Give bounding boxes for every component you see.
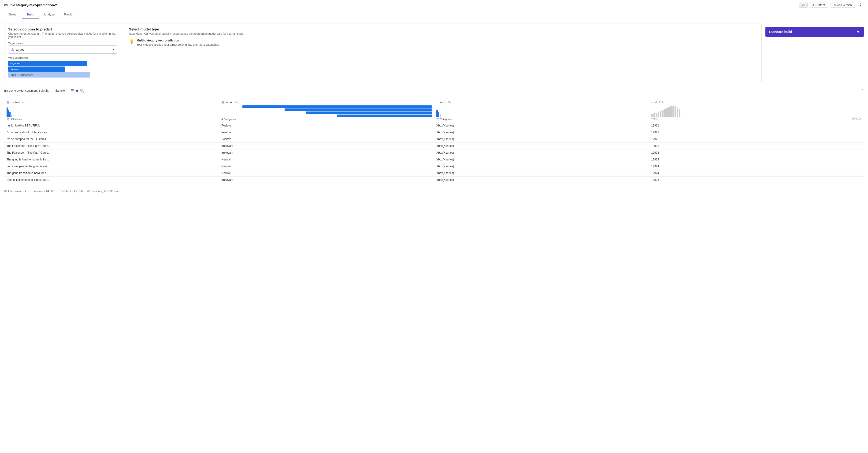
id-range-min: 401.00 xyxy=(651,117,659,120)
add-version-button[interactable]: ⊕ Add version xyxy=(831,3,855,8)
total-columns-label: Total columns: 4 xyxy=(8,190,26,192)
preview-info-icon: ⓘ xyxy=(87,189,90,193)
content-col-type: A↑ xyxy=(21,101,26,104)
cell-target: Positive xyxy=(219,122,434,129)
id-col-icon: ○ xyxy=(651,100,653,104)
tab-predict[interactable]: Predict xyxy=(59,10,78,19)
table-row: <unk> looking BEAUTIFUL Positive Xbox(Xs… xyxy=(4,122,864,129)
dataset-toolbar: nlp-demo-twitter-sentiment_train(2)... S… xyxy=(4,86,864,95)
cell-target: Neutral xyxy=(219,163,434,170)
draft-status-dot xyxy=(812,4,814,6)
tab-select[interactable]: Select xyxy=(4,10,22,19)
model-bulb-icon: 💡 xyxy=(129,39,134,44)
list-view-icon[interactable]: ☰ xyxy=(70,89,74,93)
build-action-panel: Standard build ▼ xyxy=(766,23,864,82)
cell-topic: Xbox(Xseries) xyxy=(434,170,649,177)
cell-target: Irrelevant xyxy=(219,149,434,156)
search-icon[interactable]: 🔍 xyxy=(80,89,85,93)
table-footer: ◫ Total columns: 4 ─ Total rows: 64,683 … xyxy=(4,187,864,194)
cell-topic: Xbox(Xseries) xyxy=(434,143,649,149)
panels-row: Select a column to predict Choose the ta… xyxy=(4,23,864,82)
cell-target: Irrelevant xyxy=(219,177,434,183)
total-cells-label: Total cells: 258,732 xyxy=(61,190,83,192)
collapse-icon[interactable]: ⌃ xyxy=(861,89,864,93)
id-col-label: id xyxy=(654,101,656,104)
select-chevron-icon: ▼ xyxy=(112,48,115,51)
topic-col-type: Abc xyxy=(447,101,453,104)
model-type-panel: Select model type SageMaker Canvas autom… xyxy=(125,23,762,82)
select-column-subtitle: Choose the target column. The model that… xyxy=(8,32,117,39)
cell-content: The Falconeer - 'The Path' Game... xyxy=(4,143,219,149)
table-row: The grind transition is hard for s... Ne… xyxy=(4,170,864,177)
id-chart-range: 401.00 12560.05 xyxy=(651,117,862,120)
col-header-id: ○ id 123 xyxy=(649,99,864,122)
total-rows-info: ─ Total rows: 64,683 xyxy=(30,190,54,192)
cell-content: For some people the grind is eve... xyxy=(4,163,219,170)
cell-content: The Falconeer - 'The Path' Game... xyxy=(4,149,219,156)
cell-id: 12921 xyxy=(649,122,864,129)
cell-target: Positive xyxy=(219,136,434,143)
target-column-label: Target column xyxy=(8,42,117,45)
table-row: The Falconeer - 'The Path' Game... Irrel… xyxy=(4,143,864,149)
target-col-type: Abc xyxy=(234,101,240,104)
model-name: Multi-category text prediction xyxy=(136,39,219,42)
grid-view-icon[interactable]: ■ xyxy=(76,89,78,93)
content-values-count: 19123 Values xyxy=(6,118,217,121)
cell-content: I'm so sorry about... Literally can... xyxy=(4,129,219,136)
standard-build-button[interactable]: Standard build ▼ xyxy=(766,27,864,37)
data-table: ◎ content A↑ 19123 Values xyxy=(4,99,864,183)
table-row: The Falconeer - 'The Path' Game... Irrel… xyxy=(4,149,864,156)
table-row: I'm so sorry about... Literally can... P… xyxy=(4,129,864,136)
topic-col-icon: ○ xyxy=(436,100,438,104)
more-options-button[interactable]: ⋮ xyxy=(857,2,864,8)
content-col-icon: ◎ xyxy=(6,100,9,104)
cell-target: Neutral xyxy=(219,170,434,177)
main-content: Select a column to predict Choose the ta… xyxy=(0,19,868,199)
app-title: multi-category-text-prediction-2 xyxy=(4,3,57,7)
cell-content: The grind is hard for some folks ... xyxy=(4,156,219,163)
tab-build[interactable]: Build xyxy=(22,10,39,19)
model-type-subtitle: SageMaker Canvas automatically recommend… xyxy=(129,32,758,35)
cell-id: 12924 xyxy=(649,156,864,163)
toolbar-icons: ☰ ■ 🔍 xyxy=(70,89,85,93)
total-cells-icon: ◫ xyxy=(58,189,60,192)
dataset-name: nlp-demo-twitter-sentiment_train(2)... xyxy=(4,89,50,92)
total-rows-label: Total rows: 64,683 xyxy=(33,190,54,192)
col-header-content: ◎ content A↑ 19123 Values xyxy=(4,99,219,122)
cell-content: I'm so pumped for the . I Literall... xyxy=(4,136,219,143)
target-col-label: target xyxy=(225,101,233,104)
header: multi-category-text-prediction-2 V1 Draf… xyxy=(0,0,868,10)
sample-button[interactable]: Sample xyxy=(53,88,67,93)
target-column-select[interactable]: ◎ target ▼ xyxy=(8,46,117,54)
cell-id: 12923 xyxy=(649,143,864,149)
value-distribution-label: Value distribution xyxy=(8,56,117,59)
cell-topic: Xbox(Xseries) xyxy=(434,136,649,143)
table-row: Shot at kofi lmfaoo @ PressStar... Irrel… xyxy=(4,177,864,183)
draft-label: Draft xyxy=(815,3,822,7)
preview-info: ⓘ Previewing first 100 rows xyxy=(87,189,119,193)
draft-button[interactable]: Draft ▼ xyxy=(810,3,828,8)
model-info: Multi-category text prediction Your mode… xyxy=(136,39,219,47)
cell-target: Positive xyxy=(219,129,434,136)
select-column-panel: Select a column to predict Choose the ta… xyxy=(4,23,121,82)
preview-info-label: Previewing first 100 rows xyxy=(91,190,119,192)
add-version-label: Add version xyxy=(837,3,852,7)
cell-content: <unk> looking BEAUTIFUL xyxy=(4,122,219,129)
target-categories-count: 4 Categories xyxy=(222,118,432,121)
cell-topic: Xbox(Xseries) xyxy=(434,129,649,136)
tab-analyze[interactable]: Analyze xyxy=(39,10,59,19)
draft-chevron-icon: ▼ xyxy=(823,3,826,7)
cell-content: The grind transition is hard for s... xyxy=(4,170,219,177)
cell-topic: Xbox(Xseries) xyxy=(434,122,649,129)
id-range-max: 12560.05 xyxy=(851,117,862,120)
version-badge: V1 xyxy=(799,3,808,8)
cell-topic: Xbox(Xseries) xyxy=(434,149,649,156)
cell-id: 12923 xyxy=(649,149,864,156)
target-col-icon: ◎ xyxy=(222,100,224,104)
model-row: 💡 Multi-category text prediction Your mo… xyxy=(129,39,758,47)
col-header-target: ◎ target Abc 4 Categories xyxy=(219,99,434,122)
build-chevron-icon: ▼ xyxy=(856,30,860,34)
cell-target: Neutral xyxy=(219,156,434,163)
cell-id: 12924 xyxy=(649,170,864,177)
cell-id: 12925 xyxy=(649,177,864,183)
